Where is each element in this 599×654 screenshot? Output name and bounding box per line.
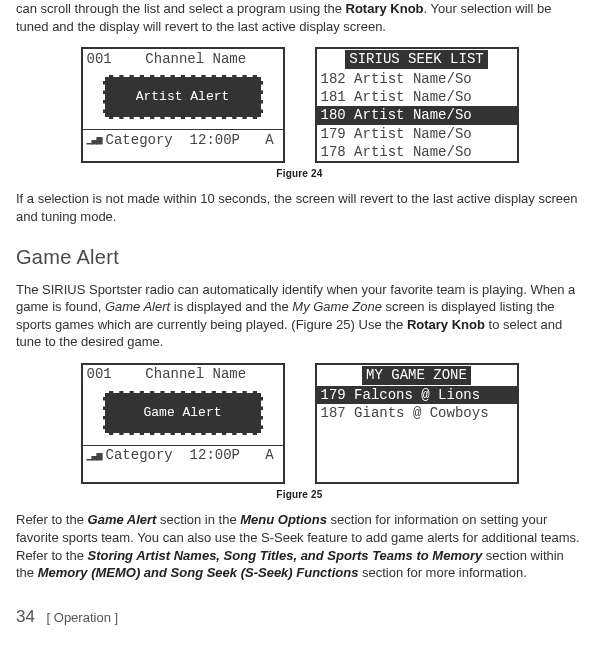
page-label-bracket-close: ] <box>111 610 118 625</box>
figure-25-right-lcd: MY GAME ZONE 179 Falcons @ Lions187 Gian… <box>315 363 519 484</box>
list-item: 187 Giants @ Cowboys <box>317 404 517 422</box>
seek-list-title: SIRIUS SEEK LIST <box>345 50 487 69</box>
rotary-knob-label: Rotary Knob <box>346 1 424 16</box>
figure-25-left-lcd: 001 Channel Name Game Alert ▁▃▅Category … <box>81 363 285 484</box>
closing-b: section in the <box>156 512 240 527</box>
figure-25-row: 001 Channel Name Game Alert ▁▃▅Category … <box>16 363 583 484</box>
after-fig24-paragraph: If a selection is not made within 10 sec… <box>16 190 583 225</box>
list-item: 179 Artist Name/So <box>317 125 517 143</box>
intro-text-a: can scroll through the list and select a… <box>16 1 346 16</box>
seek-list-title-row: SIRIUS SEEK LIST <box>317 49 517 70</box>
ga-game-alert-italic: Game Alert <box>105 299 170 314</box>
list-item: 179 Falcons @ Lions <box>317 386 517 404</box>
page-label-bracket-open: [ <box>47 610 54 625</box>
list-item: 178 Artist Name/So <box>317 143 517 161</box>
game-zone-title: MY GAME ZONE <box>362 366 471 385</box>
game-alert-paragraph: The SIRIUS Sportster radio can automatic… <box>16 281 583 351</box>
figure-24-left-lcd: 001 Channel Name Artist Alert ▁▃▅Categor… <box>81 47 285 163</box>
channel-name: Channel Name <box>145 365 246 384</box>
intro-paragraph: can scroll through the list and select a… <box>16 0 583 35</box>
figure-25-caption: Figure 25 <box>16 488 583 502</box>
page-footer: 34 [ Operation ] <box>16 606 583 629</box>
ga-text-b: is displayed and the <box>170 299 292 314</box>
figure-24-caption: Figure 24 <box>16 167 583 181</box>
game-zone-title-row: MY GAME ZONE <box>317 365 517 386</box>
page-label: Operation <box>54 610 111 625</box>
figure-24-right-lcd: SIRIUS SEEK LIST 182 Artist Name/So181 A… <box>315 47 519 163</box>
modal-text: Artist Alert <box>136 88 230 106</box>
channel-number: 001 <box>87 50 112 69</box>
closing-menu-options-bi: Menu Options <box>240 512 327 527</box>
closing-game-alert-bi: Game Alert <box>88 512 157 527</box>
channel-number: 001 <box>87 365 112 384</box>
time-label: 12:00P <box>190 131 240 150</box>
list-item: 182 Artist Name/So <box>317 70 517 88</box>
lcd-header-row: 001 Channel Name <box>83 365 283 385</box>
closing-storing-bi: Storing Artist Names, Song Titles, and S… <box>88 548 483 563</box>
artist-alert-modal: Artist Alert <box>103 75 263 119</box>
lcd-footer-row: ▁▃▅Category 12:00P A <box>83 445 283 466</box>
category-label: Category <box>106 131 173 150</box>
closing-memory-bi: Memory (MEMO) and Song Seek (S-Seek) Fun… <box>38 565 359 580</box>
closing-paragraph: Refer to the Game Alert section in the M… <box>16 511 583 581</box>
ga-my-game-zone-italic: My Game Zone <box>292 299 382 314</box>
mode-badge: A <box>265 446 273 465</box>
page-number: 34 <box>16 607 35 626</box>
ga-rotary-knob-bold: Rotary Knob <box>407 317 485 332</box>
lcd-footer-row: ▁▃▅Category 12:00P A <box>83 129 283 150</box>
mode-badge: A <box>265 131 273 150</box>
closing-e: section for more information. <box>358 565 526 580</box>
time-label: 12:00P <box>190 446 240 465</box>
signal-bars-icon: ▁▃▅ <box>87 133 102 147</box>
game-alert-heading: Game Alert <box>16 244 583 271</box>
list-item: 181 Artist Name/So <box>317 88 517 106</box>
signal-bars-icon: ▁▃▅ <box>87 449 102 463</box>
category-label: Category <box>106 446 173 465</box>
figure-24-row: 001 Channel Name Artist Alert ▁▃▅Categor… <box>16 47 583 163</box>
list-item: 180 Artist Name/So <box>317 106 517 124</box>
lcd-header-row: 001 Channel Name <box>83 49 283 69</box>
modal-text: Game Alert <box>143 404 221 422</box>
channel-name: Channel Name <box>145 50 246 69</box>
game-alert-modal: Game Alert <box>103 391 263 435</box>
closing-a: Refer to the <box>16 512 88 527</box>
